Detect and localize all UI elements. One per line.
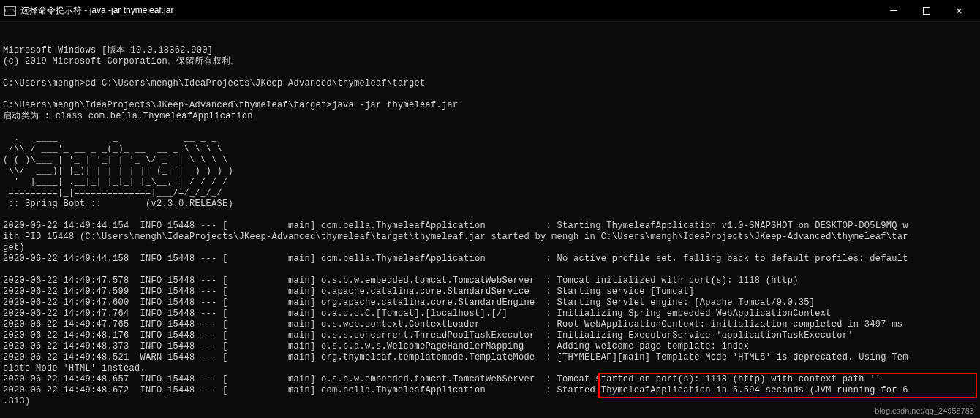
close-icon: ✕ [956, 4, 962, 17]
cmd-icon: C:\ [4, 6, 16, 16]
terminal-output[interactable]: Microsoft Windows [版本 10.0.18362.900] (c… [0, 22, 980, 418]
window-title: 选择命令提示符 - java -jar thymeleaf.jar [20, 4, 877, 17]
terminal-text: Microsoft Windows [版本 10.0.18362.900] (c… [3, 45, 977, 407]
maximize-button[interactable] [910, 0, 943, 22]
titlebar: C:\ 选择命令提示符 - java -jar thymeleaf.jar ✕ [0, 0, 980, 22]
minimize-icon [890, 10, 897, 11]
minimize-button[interactable] [877, 0, 910, 22]
maximize-icon [923, 7, 930, 15]
watermark: blog.csdn.net/qq_24958783 [875, 406, 974, 415]
window-controls: ✕ [877, 0, 976, 22]
close-button[interactable]: ✕ [943, 0, 976, 22]
